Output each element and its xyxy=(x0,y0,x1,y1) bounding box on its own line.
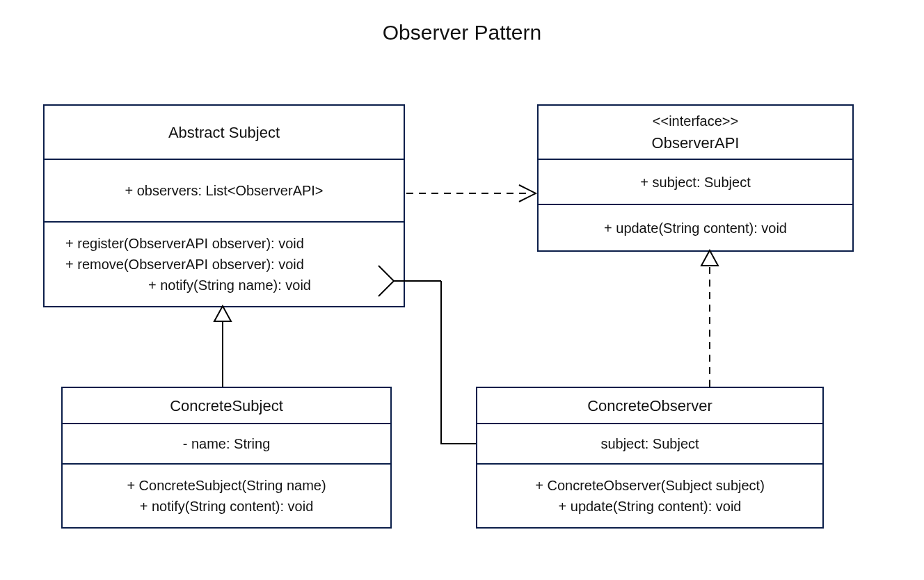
class-name: ConcreteSubject xyxy=(72,394,381,417)
method: + register(ObserverAPI observer): void xyxy=(65,233,394,254)
realization-arrow xyxy=(701,250,718,387)
method: + ConcreteObserver(Subject subject) xyxy=(487,475,813,496)
dependency-arrow xyxy=(406,185,536,202)
stereotype: <<interface>> xyxy=(543,111,848,131)
class-name: ObserverAPI xyxy=(543,131,848,154)
attribute: + subject: Subject xyxy=(548,172,843,193)
uml-canvas: Observer Pattern Abstract Subject + obse… xyxy=(0,0,924,580)
method: + update(String content): void xyxy=(487,496,813,517)
class-name: ConcreteObserver xyxy=(487,394,813,417)
class-name: Abstract Subject xyxy=(54,121,394,144)
class-abstract-subject: Abstract Subject + observers: List<Obser… xyxy=(43,104,405,307)
class-observer-api: <<interface>> ObserverAPI + subject: Sub… xyxy=(537,104,854,252)
class-concrete-subject: ConcreteSubject - name: String + Concret… xyxy=(61,387,392,529)
generalization-arrow xyxy=(214,306,231,387)
method: + remove(ObserverAPI observer): void xyxy=(65,254,394,275)
method: + update(String content): void xyxy=(548,218,843,239)
attribute: - name: String xyxy=(72,433,381,454)
method: + notify(String name): void xyxy=(65,275,394,296)
svg-marker-3 xyxy=(701,250,718,266)
attribute: + observers: List<ObserverAPI> xyxy=(54,180,394,201)
method: + ConcreteSubject(String name) xyxy=(72,475,381,496)
diagram-title: Observer Pattern xyxy=(0,21,924,45)
attribute: subject: Subject xyxy=(487,433,813,454)
method: + notify(String content): void xyxy=(72,496,381,517)
class-concrete-observer: ConcreteObserver subject: Subject + Conc… xyxy=(476,387,824,529)
svg-marker-1 xyxy=(214,306,231,321)
